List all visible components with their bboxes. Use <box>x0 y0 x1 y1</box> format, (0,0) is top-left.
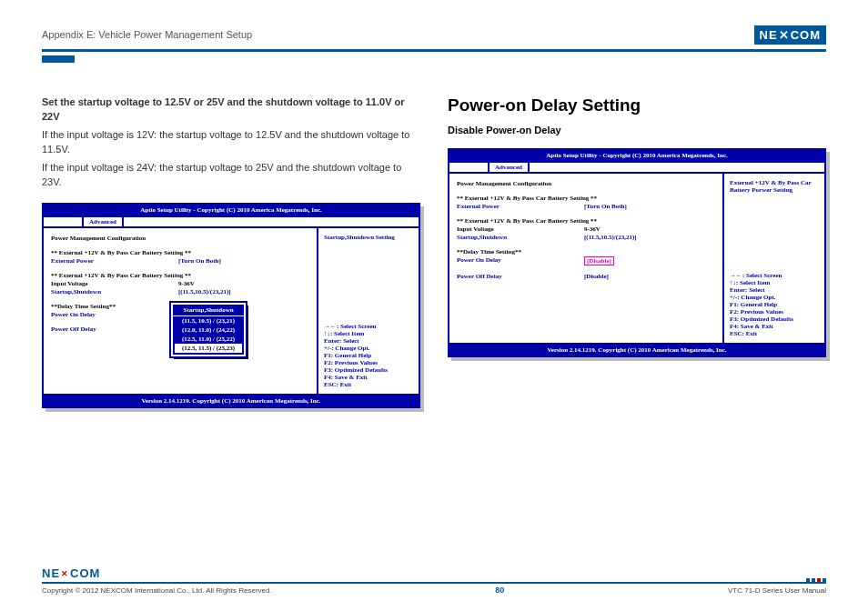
bios-hint: F4: Save & Exit <box>324 374 413 381</box>
page-header: Appendix E: Vehicle Power Management Set… <box>42 24 826 45</box>
bios-hint: F1: General Help <box>730 301 819 308</box>
bios-footer: Version 2.14.1219. Copyright (C) 2010 Am… <box>44 394 419 406</box>
bios-tabs: Advanced <box>44 217 419 228</box>
bios-hint: F3: Optimized Defaults <box>324 366 413 374</box>
bios-help-text: Startup,Shutdown Setting <box>324 234 413 241</box>
bios-tabs: Advanced <box>449 163 824 174</box>
bios-external-power[interactable]: External Power <box>457 203 584 210</box>
bios-input-voltage: Input Voltage <box>51 280 178 287</box>
brand-logo: NE ✕ COM <box>754 25 826 45</box>
left-p1: If the input voltage is 12V: the startup… <box>42 128 420 157</box>
bios-power-off-delay[interactable]: Power Off Delay <box>51 326 178 333</box>
bios-tab-advanced[interactable]: Advanced <box>82 217 124 226</box>
bios-panel-right: Aptio Setup Utility - Copyright (C) 2010… <box>448 148 826 357</box>
bios-hint: →←: Select Screen <box>730 272 819 279</box>
bios-hint: Enter: Select <box>324 337 413 345</box>
bios-power-off-delay[interactable]: Power Off Delay <box>457 273 584 280</box>
bios-hint: →←: Select Screen <box>324 323 413 330</box>
footer-dots-icon <box>806 578 826 582</box>
bios-hint: ↑↓: Select Item <box>324 330 413 337</box>
logo-x-icon: ✕ <box>61 569 69 578</box>
bios-power-on-delay[interactable]: Power On Delay <box>51 311 178 318</box>
right-h2: Power-on Delay Setting <box>448 95 826 115</box>
bios-hint: F2: Previous Values <box>730 308 819 316</box>
bios-startup-shutdown[interactable]: Startup,Shutdown <box>457 234 584 241</box>
bios-hint: F1: General Help <box>324 352 413 359</box>
bios-section: Power Management Configuration <box>457 180 584 187</box>
page-number: 80 <box>495 586 504 595</box>
bios-power-on-delay-val[interactable]: [Disable] <box>584 256 614 265</box>
bios-section: Power Management Configuration <box>51 235 178 242</box>
bios-hint: ESC: Exit <box>730 330 819 337</box>
logo-x-icon: ✕ <box>779 28 790 42</box>
left-p2: If the input voltage is 24V: the startup… <box>42 161 420 190</box>
left-heading: Set the startup voltage to 12.5V or 25V … <box>42 96 405 122</box>
bios-external-power[interactable]: External Power <box>51 257 178 265</box>
popup-option[interactable]: (11.5, 10.5) / (23,21) <box>173 316 244 326</box>
bios-hint: +/-: Change Opt. <box>730 294 819 301</box>
bios-tab-advanced[interactable]: Advanced <box>488 163 530 172</box>
bios-panel-left: Aptio Setup Utility - Copyright (C) 2010… <box>42 203 420 408</box>
bios-hint: +/-: Change Opt. <box>324 345 413 352</box>
bios-hint: F3: Optimized Defaults <box>730 316 819 323</box>
manual-name: VTC 71-D Series User Manual <box>728 586 826 595</box>
bios-hint: F4: Save & Exit <box>730 323 819 330</box>
bios-title: Aptio Setup Utility - Copyright (C) 2010… <box>44 205 419 217</box>
copyright-text: Copyright © 2012 NEXCOM International Co… <box>42 586 272 595</box>
bios-popup-startup-shutdown[interactable]: Startup,Shutdown (11.5, 10.5) / (23,21)(… <box>171 303 246 356</box>
bios-startup-shutdown[interactable]: Startup,Shutdown <box>51 288 178 295</box>
right-h3: Disable Power-on Delay <box>448 125 826 135</box>
popup-option[interactable]: (12.0, 11.0) / (24,22) <box>173 326 244 335</box>
bios-hint: Enter: Select <box>730 286 819 294</box>
popup-option[interactable]: (12.5, 11.5) / (25,23) <box>175 344 242 353</box>
left-column: Set the startup voltage to 12.5V or 25V … <box>42 95 420 408</box>
popup-option[interactable]: (12.5, 11.0) / (25,22) <box>173 335 244 344</box>
footer-logo: NE ✕ COM <box>42 566 100 580</box>
bios-power-on-delay[interactable]: Power On Delay <box>457 256 584 265</box>
bios-title: Aptio Setup Utility - Copyright (C) 2010… <box>449 150 824 163</box>
bios-hint: ESC: Exit <box>324 381 413 388</box>
bios-footer: Version 2.14.1219. Copyright (C) 2010 Am… <box>449 343 824 356</box>
header-rule <box>42 49 826 52</box>
page-footer: NE ✕ COM Copyright © 2012 NEXCOM Interna… <box>42 566 826 595</box>
right-column: Power-on Delay Setting Disable Power-on … <box>448 95 826 408</box>
bios-hint: F2: Previous Values <box>324 359 413 366</box>
appendix-title: Appendix E: Vehicle Power Management Set… <box>42 29 252 40</box>
bios-hint: ↑↓: Select Item <box>730 279 819 286</box>
accent-tab <box>42 55 75 63</box>
bios-input-voltage: Input Voltage <box>457 225 584 233</box>
